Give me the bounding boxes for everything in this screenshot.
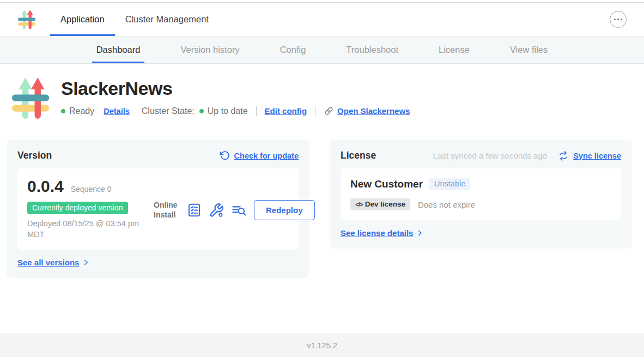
wrench-gear-icon xyxy=(209,203,224,218)
lines-magnifier-icon xyxy=(231,203,247,217)
code-icon: </> xyxy=(355,201,363,208)
header-spacer xyxy=(219,3,610,36)
checklist-icon xyxy=(187,203,202,217)
subnav-item-troubleshoot[interactable]: Troubleshoot xyxy=(342,37,403,63)
divider xyxy=(315,106,315,116)
open-slackernews-link[interactable]: Open Slackernews xyxy=(337,106,410,116)
sync-icon xyxy=(558,151,569,161)
ellipsis-icon xyxy=(614,19,616,20)
license-card-title: License xyxy=(341,150,376,161)
console-version: v1.125.2 xyxy=(307,341,337,350)
app-sub-nav: Dashboard Version history Config Trouble… xyxy=(0,37,644,64)
subnav-item-config[interactable]: Config xyxy=(276,37,311,63)
cluster-state-value: Up to date xyxy=(208,106,248,116)
page-title: SlackerNews xyxy=(61,78,410,99)
tab-cluster-management-label: Cluster Management xyxy=(125,14,209,25)
see-license-details-link[interactable]: See license details xyxy=(341,228,413,238)
cluster-state-dot xyxy=(199,109,204,113)
subnav-version-history-label: Version history xyxy=(180,45,239,55)
chain-link-icon xyxy=(324,106,334,116)
chevron-right-icon xyxy=(82,258,89,267)
primary-nav: Application Cluster Management xyxy=(50,3,219,36)
dashboard-cards: Version Check for update 0.0.4 Sequ xyxy=(0,122,644,278)
overflow-menu-button[interactable] xyxy=(610,11,627,28)
version-card-title: Version xyxy=(17,150,52,161)
see-all-versions-link[interactable]: See all versions xyxy=(17,258,79,267)
divider xyxy=(256,106,257,116)
current-version-panel: 0.0.4 Sequence 0 Currently deployed vers… xyxy=(17,168,299,250)
tab-application[interactable]: Application xyxy=(50,3,115,36)
subnav-item-license[interactable]: License xyxy=(434,37,474,63)
deployed-timestamp: Deployed 08/15/25 @ 03:54 pm MDT xyxy=(27,219,151,240)
install-type-label: Online Install xyxy=(154,201,180,220)
subnav-license-label: License xyxy=(439,45,470,55)
slackernews-logo-icon xyxy=(17,9,36,30)
tab-application-label: Application xyxy=(60,14,105,25)
deployed-badge: Currently deployed version xyxy=(27,202,128,214)
redeploy-button[interactable]: Redeploy xyxy=(254,200,315,220)
check-for-update-link[interactable]: Check for update xyxy=(234,152,299,160)
app-title-block: SlackerNews Ready Details Cluster State:… xyxy=(0,64,644,122)
app-status-label: Ready xyxy=(69,106,94,116)
edit-config-link[interactable]: Edit config xyxy=(265,106,307,116)
subnav-item-version-history[interactable]: Version history xyxy=(176,37,244,63)
cluster-state-label: Cluster State: xyxy=(142,106,195,116)
refresh-icon xyxy=(220,150,230,161)
preflight-checks-button[interactable] xyxy=(187,203,202,217)
license-type-badge: </> Dev license xyxy=(350,198,410,210)
version-card: Version Check for update 0.0.4 Sequ xyxy=(7,140,309,278)
app-logo xyxy=(17,3,36,36)
slackernews-app-icon xyxy=(11,76,50,122)
chevron-right-icon xyxy=(416,229,423,237)
license-details-panel: New Customer Unstable </> Dev license Do… xyxy=(341,168,621,220)
see-all-versions-row: See all versions xyxy=(17,258,299,267)
app-status-dot xyxy=(61,109,65,113)
subnav-item-view-files[interactable]: View files xyxy=(506,37,552,63)
license-card-header: License Last synced a few seconds ago Sy… xyxy=(341,150,621,161)
license-type-label: Dev license xyxy=(365,200,405,208)
view-config-button[interactable] xyxy=(209,203,224,218)
tab-cluster-management[interactable]: Cluster Management xyxy=(115,3,219,36)
primary-header: Application Cluster Management xyxy=(0,3,644,37)
sync-license-link[interactable]: Sync license xyxy=(573,152,621,160)
sequence-label: Sequence 0 xyxy=(71,185,112,193)
license-expiry: Does not expire xyxy=(418,200,475,209)
version-number: 0.0.4 xyxy=(27,177,64,196)
subnav-troubleshoot-label: Troubleshoot xyxy=(346,45,398,55)
subnav-item-dashboard[interactable]: Dashboard xyxy=(92,37,145,63)
dashboard-main: SlackerNews Ready Details Cluster State:… xyxy=(0,64,644,333)
see-license-details-row: See license details xyxy=(341,228,621,238)
console-footer: v1.125.2 xyxy=(0,334,644,357)
license-card: License Last synced a few seconds ago Sy… xyxy=(330,140,632,249)
app-icon xyxy=(11,76,50,122)
customer-name: New Customer xyxy=(350,178,423,190)
subnav-dashboard-label: Dashboard xyxy=(96,45,141,55)
view-logs-button[interactable] xyxy=(231,203,247,217)
subnav-view-files-label: View files xyxy=(510,45,548,55)
version-card-header: Version Check for update xyxy=(17,150,299,161)
version-actions: Online Install xyxy=(154,200,315,220)
open-app-link-group[interactable]: Open Slackernews xyxy=(324,106,410,116)
app-status-row: Ready Details Cluster State: Up to date … xyxy=(61,106,410,116)
channel-badge: Unstable xyxy=(429,178,470,190)
details-link[interactable]: Details xyxy=(104,107,130,116)
last-synced-label: Last synced a few seconds ago xyxy=(433,151,547,160)
subnav-config-label: Config xyxy=(280,45,306,55)
